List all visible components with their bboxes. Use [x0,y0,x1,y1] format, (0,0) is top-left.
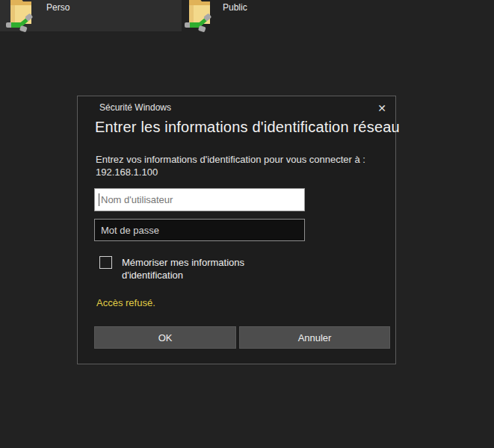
ok-button[interactable]: OK [94,326,236,349]
credential-prompt-text: Entrez vos informations d'identification… [96,153,388,166]
network-folder-icon [6,0,36,32]
username-input[interactable] [94,188,305,211]
remember-checkbox[interactable] [99,256,112,269]
explorer-window: { "page": { "background": "#222222", "ti… [0,0,494,448]
folder-tile-public[interactable]: Public [185,0,366,31]
dialog-message: Entrez vos informations d'identification… [96,153,388,178]
folder-tile-perso[interactable]: Perso [0,0,182,31]
remember-credentials-row: Mémoriser mes informations d'identificat… [99,256,268,281]
access-denied-error: Accès refusé. [96,297,155,308]
folder-tile-label: Perso [46,2,70,13]
network-folder-icon [185,0,214,32]
cancel-button[interactable]: Annuler [239,326,390,349]
close-icon[interactable]: ✕ [371,99,392,118]
password-input[interactable] [94,219,305,241]
remember-checkbox-label[interactable]: Mémoriser mes informations d'identificat… [122,256,268,281]
windows-security-dialog: Sécurité Windows ✕ Entrer les informatio… [77,96,396,364]
dialog-title: Sécurité Windows [99,102,171,113]
folder-tile-label: Public [223,2,247,13]
target-host: 192.168.1.100 [96,166,388,178]
text-caret [99,193,99,206]
dialog-heading: Entrer les informations d'identification… [95,119,388,136]
dialog-buttons: OK Annuler [94,326,390,349]
